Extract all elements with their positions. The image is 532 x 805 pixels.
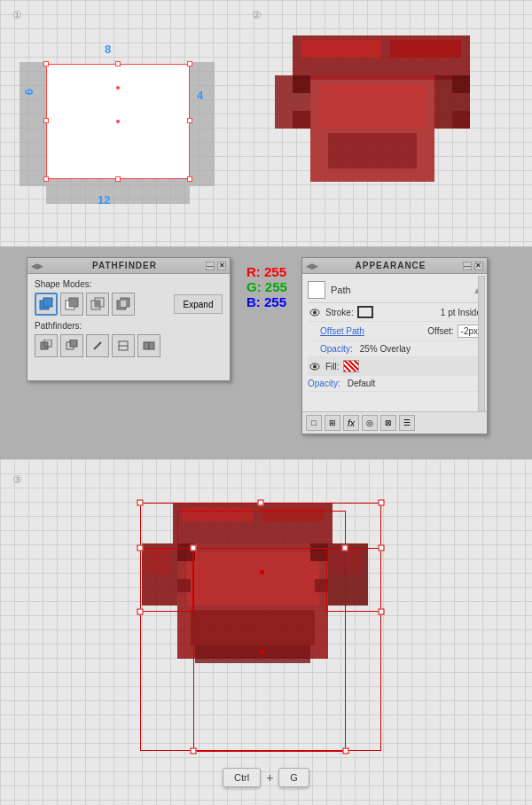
svg-rect-9 (452, 75, 470, 93)
expand-button[interactable]: Expand (174, 294, 223, 314)
stroke-visibility-toggle[interactable] (308, 307, 322, 317)
ctrl-key[interactable]: Ctrl (223, 768, 261, 787)
pf-btn-2[interactable] (60, 334, 83, 357)
handle-tr[interactable] (187, 61, 192, 66)
svg-rect-25 (70, 340, 77, 347)
svg-rect-10 (293, 111, 310, 129)
pf-btn-4[interactable] (112, 334, 135, 357)
sel-handle-8[interactable] (137, 609, 144, 615)
handle-ml[interactable] (43, 118, 49, 123)
sel-handle-1[interactable] (137, 500, 144, 506)
middle-section: ◀▶ PATHFINDER — ✕ Shape Modes: (0, 246, 532, 459)
opacity-fill-row: Opacity: Default (308, 376, 481, 392)
center-dot-mid (116, 120, 120, 123)
appearance-content: Path ▲ Stroke: 1 pt Inside Offset Path O… (302, 274, 487, 395)
pf-btn-1[interactable] (35, 334, 58, 357)
pathfinder-titlebar: ◀▶ PATHFINDER — ✕ (27, 258, 230, 274)
pf-btn-3[interactable] (86, 334, 109, 357)
svg-rect-8 (293, 75, 310, 93)
opacity-fill-value: Default (348, 379, 376, 388)
svg-rect-37 (262, 508, 324, 521)
appearance-delete-item[interactable]: ⊠ (380, 415, 396, 431)
sel-handle-2[interactable] (258, 500, 264, 506)
svg-rect-6 (319, 84, 426, 129)
appearance-add-new-item[interactable]: □ (306, 415, 322, 431)
handle-tl[interactable] (43, 61, 49, 66)
top-section: ① 8 4 6 12 ② (0, 0, 532, 246)
pathfinder-close[interactable]: ✕ (217, 262, 226, 270)
handle-bm[interactable] (115, 176, 121, 182)
handle-tm[interactable] (115, 61, 121, 66)
pathfinder-content: Shape Modes: (27, 274, 230, 363)
path-label: Path (331, 285, 351, 295)
stroke-value: 1 pt Inside (441, 308, 481, 317)
dim-bottom: 12 (98, 193, 110, 207)
sel-handle-5[interactable] (191, 545, 197, 551)
opacity-stroke-row: Opacity: 25% Overlay (308, 341, 481, 357)
opacity-stroke-value: 25% Overlay (360, 344, 411, 354)
appearance-titlebar: ◀▶ APPEARANCE — ✕ (302, 258, 487, 274)
appearance-clear-btn[interactable]: ◎ (362, 415, 378, 431)
fill-color-swatch[interactable] (343, 360, 359, 372)
handle-bl[interactable] (43, 176, 49, 182)
sel-handle-6[interactable] (342, 545, 348, 551)
appearance-bottom-bar: □ ⊞ fx ◎ ⊠ ☰ (302, 411, 487, 434)
appearance-close[interactable]: ✕ (474, 262, 483, 270)
center-dot-top (116, 86, 120, 90)
fill-visibility-toggle[interactable] (308, 361, 322, 371)
center-dot-3a (260, 570, 264, 574)
sel-handle-7[interactable] (379, 545, 385, 551)
step-3-label: ③ (12, 473, 22, 486)
sel-handle-10[interactable] (191, 748, 197, 754)
svg-rect-13 (43, 298, 52, 307)
svg-rect-36 (182, 508, 253, 521)
shape-minus-btn[interactable] (60, 293, 83, 316)
panel-2: ② (239, 0, 532, 246)
fill-label: Fill: (325, 362, 340, 371)
sel-handle-3[interactable] (379, 500, 385, 506)
svg-rect-48 (177, 579, 191, 592)
shape-intersect-btn[interactable] (86, 293, 109, 316)
stroke-color-swatch[interactable] (357, 306, 373, 318)
appearance-minimize[interactable]: — (463, 262, 472, 270)
svg-rect-47 (310, 543, 328, 561)
appearance-fx-btn[interactable]: fx (343, 415, 359, 431)
handle-br[interactable] (187, 176, 192, 182)
sel-handle-4[interactable] (137, 545, 144, 551)
appearance-panel: ◀▶ APPEARANCE — ✕ Path ▲ Stroke: (301, 257, 488, 434)
scroll-indicator[interactable] (478, 276, 485, 416)
svg-rect-29 (144, 342, 149, 349)
pixel-art-3 (137, 495, 386, 743)
pathfinder-title: PATHFINDER (92, 261, 157, 270)
shadow-left (20, 62, 46, 186)
shape-exclude-btn[interactable] (112, 293, 135, 316)
appearance-menu-btn[interactable]: ☰ (399, 415, 415, 431)
offset-path-link[interactable]: Offset Path (320, 326, 364, 336)
svg-line-26 (94, 342, 101, 349)
keyboard-shortcut: Ctrl + G (223, 768, 309, 787)
panel-1: ① 8 4 6 12 (0, 0, 239, 246)
plus-sign: + (266, 770, 273, 785)
dim-top: 8 (105, 43, 111, 56)
svg-rect-44 (191, 610, 315, 645)
svg-rect-1 (301, 40, 381, 58)
appearance-title: APPEARANCE (355, 261, 426, 270)
sel-handle-9[interactable] (379, 609, 385, 615)
shape-unite-btn[interactable] (35, 293, 58, 316)
svg-rect-15 (69, 298, 78, 307)
sel-handle-11[interactable] (343, 748, 349, 754)
shape-modes-label: Shape Modes: (35, 279, 223, 289)
center-dot-3b (260, 650, 264, 654)
svg-rect-41 (331, 548, 362, 574)
handle-mr[interactable] (187, 118, 192, 123)
svg-rect-49 (315, 579, 328, 592)
step-2-label: ② (252, 9, 262, 21)
pf-btn-5[interactable] (137, 334, 160, 357)
appearance-duplicate-item[interactable]: ⊞ (325, 415, 340, 431)
g-key[interactable]: G (278, 768, 309, 787)
svg-rect-30 (149, 342, 154, 349)
stroke-label: Stroke: (325, 308, 354, 317)
svg-rect-43 (186, 552, 319, 606)
shape-modes-row: Expand (35, 293, 223, 316)
pathfinder-minimize[interactable]: — (206, 262, 215, 270)
